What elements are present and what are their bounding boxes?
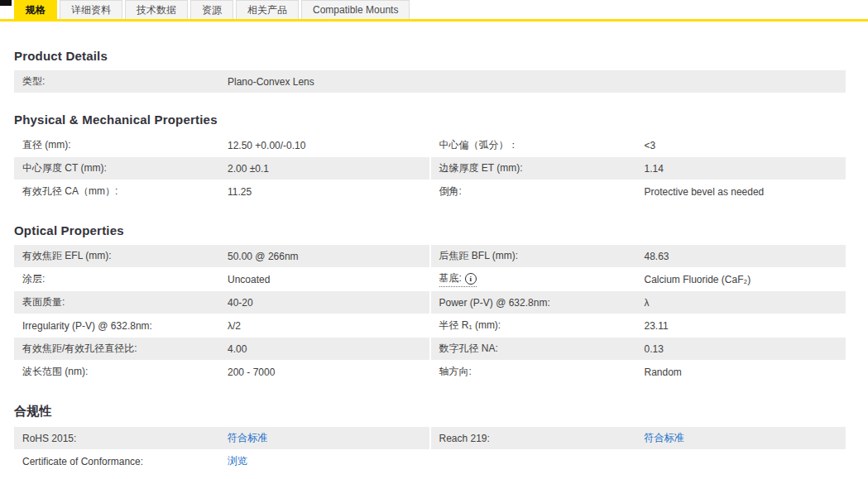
spec-row: 有效焦距/有效孔径直径比:4.00 xyxy=(14,338,429,360)
spec-value-link[interactable]: 符合标准 xyxy=(645,431,846,445)
spec-value: 200 - 7000 xyxy=(228,366,429,378)
spec-row: 数字孔径 NA:0.13 xyxy=(431,338,846,360)
optical-properties-left-column: 有效焦距 EFL (mm):50.00 @ 266nm涂层:Uncoated表面… xyxy=(14,245,429,384)
spec-row: Certificate of Conformance:浏览 xyxy=(14,450,429,472)
spec-row: 半径 R₁ (mm):23.11 xyxy=(431,314,846,337)
spec-value: 48.63 xyxy=(645,251,846,262)
spec-label: Reach 219: xyxy=(431,433,645,444)
spec-row: Reach 219:符合标准 xyxy=(431,427,846,449)
spec-label: 有效焦距 EFL (mm): xyxy=(14,249,228,263)
spec-row: 直径 (mm):12.50 +0.00/-0.10 xyxy=(14,134,429,156)
spec-row: 类型:Plano-Convex Lens xyxy=(14,70,846,93)
specifications-content: Product Details类型:Plano-Convex LensPhysi… xyxy=(0,49,868,473)
compliance-title: 合规性 xyxy=(14,404,846,419)
spec-row: 倒角:Protective bevel as needed xyxy=(431,180,846,203)
physical-mechanical-properties-table: 直径 (mm):12.50 +0.00/-0.10中心厚度 CT (mm):2.… xyxy=(14,134,846,204)
product-details-title: Product Details xyxy=(14,49,846,63)
spec-row: 后焦距 BFL (mm):48.63 xyxy=(431,245,846,267)
tab-compatible-mounts[interactable]: Compatible Mounts xyxy=(301,0,410,19)
spec-row: 涂层:Uncoated xyxy=(14,268,429,290)
spec-value: 0.13 xyxy=(645,343,846,355)
spec-value: Calcium Fluoride (CaF₂) xyxy=(645,274,846,285)
spec-row: Power (P-V) @ 632.8nm:λ xyxy=(431,291,846,314)
header-corner-mark xyxy=(0,0,12,6)
spec-value: λ xyxy=(645,297,846,309)
spec-value: 1.14 xyxy=(645,163,846,175)
spec-row: 中心偏（弧分）：<3 xyxy=(431,134,846,156)
spec-row: 波长范围 (nm):200 - 7000 xyxy=(14,361,429,383)
spec-value: Uncoated xyxy=(228,274,429,285)
tab-specs[interactable]: 规格 xyxy=(14,0,57,19)
spec-value: 11.25 xyxy=(228,186,429,198)
spec-value-link[interactable]: 符合标准 xyxy=(228,431,429,445)
spec-value: Protective bevel as needed xyxy=(645,186,846,198)
spec-value: 50.00 @ 266nm xyxy=(228,251,429,262)
spec-row: 边缘厚度 ET (mm):1.14 xyxy=(431,157,846,180)
spec-row: 表面质量:40-20 xyxy=(14,291,429,314)
spec-value: 23.11 xyxy=(645,320,846,332)
spec-label: 半径 R₁ (mm): xyxy=(431,319,645,333)
spec-label: 波长范围 (nm): xyxy=(14,365,228,379)
spec-value: <3 xyxy=(645,140,846,151)
spec-label: 边缘厚度 ET (mm): xyxy=(431,161,645,175)
product-details-table: 类型:Plano-Convex Lens xyxy=(14,70,846,93)
spec-row: Irregularity (P-V) @ 632.8nm:λ/2 xyxy=(14,314,429,337)
spec-label: 直径 (mm): xyxy=(14,138,228,152)
info-icon[interactable]: i xyxy=(465,273,477,285)
spec-value: 40-20 xyxy=(228,297,429,309)
tab-technical-data[interactable]: 技术数据 xyxy=(125,0,188,19)
spec-value-link[interactable]: 浏览 xyxy=(228,454,429,468)
spec-row: 中心厚度 CT (mm):2.00 ±0.1 xyxy=(14,157,429,180)
spec-row: 有效焦距 EFL (mm):50.00 @ 266nm xyxy=(14,245,429,267)
spec-value: Random xyxy=(645,366,846,378)
substrate-tooltip-trigger[interactable]: 基底:i xyxy=(439,271,477,287)
physical-mechanical-properties-title: Physical & Mechanical Properties xyxy=(14,113,846,127)
spec-value: λ/2 xyxy=(228,320,429,332)
physical-mechanical-properties-left-column: 直径 (mm):12.50 +0.00/-0.10中心厚度 CT (mm):2.… xyxy=(14,134,429,204)
spec-row: 有效孔径 CA（mm）:11.25 xyxy=(14,180,429,203)
spec-value: 12.50 +0.00/-0.10 xyxy=(228,140,429,151)
spec-row: RoHS 2015:符合标准 xyxy=(14,427,429,449)
spec-label-text: 基底: xyxy=(439,271,462,285)
spec-label: 中心偏（弧分）： xyxy=(431,138,645,152)
spec-label: Certificate of Conformance: xyxy=(14,456,228,467)
spec-label: 轴方向: xyxy=(431,365,645,379)
spec-label: 倒角: xyxy=(431,184,645,199)
spec-value: Plano-Convex Lens xyxy=(228,76,846,88)
optical-properties-table: 有效焦距 EFL (mm):50.00 @ 266nm涂层:Uncoated表面… xyxy=(14,245,846,384)
spec-label: 表面质量: xyxy=(14,295,228,309)
tab-resources[interactable]: 资源 xyxy=(190,0,233,19)
spec-label: Power (P-V) @ 632.8nm: xyxy=(431,297,645,309)
compliance-table: RoHS 2015:符合标准Certificate of Conformance… xyxy=(14,427,846,473)
spec-label: 数字孔径 NA: xyxy=(431,342,645,356)
spec-label: 中心厚度 CT (mm): xyxy=(14,161,228,175)
spec-label: 后焦距 BFL (mm): xyxy=(431,249,645,263)
spec-label: Irregularity (P-V) @ 632.8nm: xyxy=(14,320,228,332)
optical-properties-right-column: 后焦距 BFL (mm):48.63基底:iCalcium Fluoride (… xyxy=(431,245,846,384)
spec-value: 2.00 ±0.1 xyxy=(228,163,429,175)
tab-related-products[interactable]: 相关产品 xyxy=(236,0,299,19)
compliance-left-column: RoHS 2015:符合标准Certificate of Conformance… xyxy=(14,427,429,473)
optical-properties-title: Optical Properties xyxy=(14,223,846,237)
spec-value: 4.00 xyxy=(228,343,429,355)
spec-label: 有效孔径 CA（mm）: xyxy=(14,184,228,199)
spec-row: 基底:iCalcium Fluoride (CaF₂) xyxy=(431,268,846,290)
compliance-right-column: Reach 219:符合标准 xyxy=(431,427,846,473)
spec-label: 类型: xyxy=(14,74,228,89)
spec-label: 涂层: xyxy=(14,272,228,286)
spec-label: 基底:i xyxy=(431,271,645,287)
spec-label: 有效焦距/有效孔径直径比: xyxy=(14,342,228,356)
spec-label: RoHS 2015: xyxy=(14,433,228,444)
tab-details[interactable]: 详细资料 xyxy=(60,0,122,19)
spec-row: 轴方向:Random xyxy=(431,361,846,383)
product-tab-bar: 规格详细资料技术数据资源相关产品Compatible Mounts xyxy=(0,0,868,22)
physical-mechanical-properties-right-column: 中心偏（弧分）：<3边缘厚度 ET (mm):1.14倒角:Protective… xyxy=(431,134,846,204)
